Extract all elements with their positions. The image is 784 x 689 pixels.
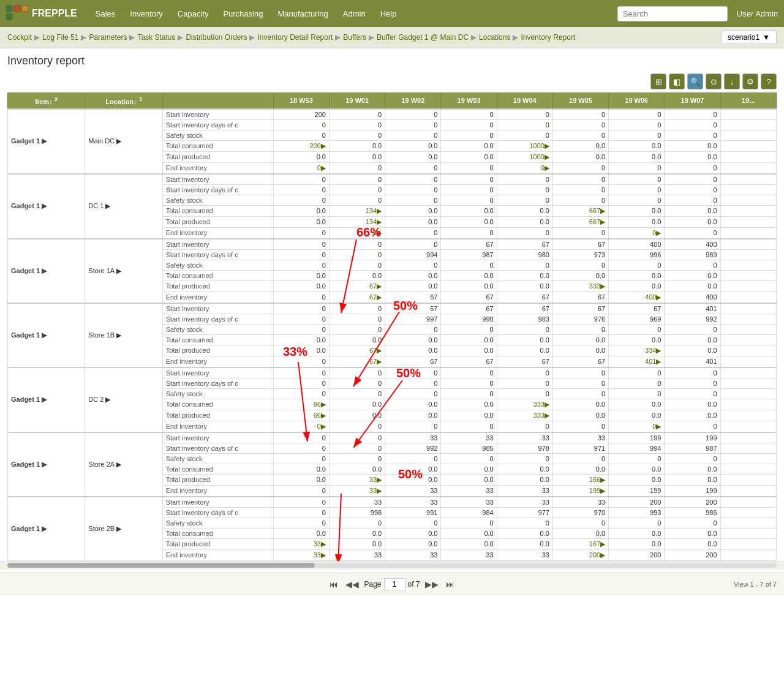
- breadcrumb-buffer-gadget[interactable]: Buffer Gadget 1 @ Main DC: [377, 33, 469, 42]
- col-19w02[interactable]: 19 W02: [385, 93, 441, 109]
- breadcrumb-logfile[interactable]: Log File 51: [42, 33, 78, 42]
- search-input[interactable]: [617, 6, 728, 21]
- cell-item[interactable]: Gadget 1 ▶: [8, 239, 85, 303]
- cell-data: 0: [329, 303, 385, 314]
- cell-data[interactable]: 167▶: [552, 538, 608, 549]
- table-view-button[interactable]: ⊞: [650, 73, 666, 89]
- cell-data[interactable]: 0▶: [609, 421, 665, 432]
- cell-data: 989: [665, 249, 720, 260]
- nav-capacity[interactable]: Capacity: [172, 7, 215, 21]
- col-19w07[interactable]: 19 W07: [665, 93, 720, 109]
- cell-data[interactable]: 0▶: [273, 162, 329, 174]
- col-location[interactable]: Location↕ 3: [85, 93, 162, 109]
- cell-data[interactable]: 334▶: [609, 345, 665, 356]
- col-18w53[interactable]: 18 W53: [273, 93, 329, 109]
- breadcrumb-buffers[interactable]: Buffers: [343, 33, 366, 42]
- col-item[interactable]: Item↕ 2: [8, 93, 85, 109]
- user-admin-label[interactable]: User Admin: [737, 9, 778, 18]
- cell-data[interactable]: 33▶: [273, 538, 329, 549]
- export-button[interactable]: ↓: [724, 73, 740, 89]
- cell-data[interactable]: 667▶: [552, 205, 608, 216]
- cell-data[interactable]: 66▶: [273, 410, 329, 421]
- col-19w01[interactable]: 19 W01: [329, 93, 385, 109]
- nav-purchasing[interactable]: Purchasing: [217, 7, 269, 21]
- cell-data[interactable]: 1000▶: [497, 151, 552, 162]
- cell-data[interactable]: 134▶: [329, 205, 385, 216]
- logo[interactable]: FREPPLE: [6, 4, 77, 23]
- cell-data: 0.0: [441, 151, 497, 162]
- cell-data[interactable]: 33▶: [329, 474, 385, 485]
- col-19w05[interactable]: 19 W05: [552, 93, 608, 109]
- horizontal-scrollbar[interactable]: [0, 561, 784, 570]
- cell-data[interactable]: 0▶: [609, 227, 665, 239]
- cell-data[interactable]: 400▶: [609, 292, 665, 303]
- cell-data[interactable]: 200▶: [552, 549, 608, 560]
- nav-sales[interactable]: Sales: [89, 7, 122, 21]
- cell-data[interactable]: 333▶: [497, 410, 552, 421]
- cell-location[interactable]: Store 1B ▶: [85, 303, 162, 367]
- next-page-button[interactable]: ▶▶: [423, 578, 441, 590]
- cell-item[interactable]: Gadget 1 ▶: [8, 367, 85, 432]
- cell-location[interactable]: DC 2 ▶: [85, 367, 162, 432]
- cell-data[interactable]: 67▶: [329, 292, 385, 303]
- cell-data[interactable]: 33▶: [273, 549, 329, 560]
- cell-data[interactable]: 1000▶: [497, 140, 552, 151]
- settings-button[interactable]: ⚙: [742, 73, 758, 89]
- cell-data: 986: [665, 507, 720, 518]
- col-19w03[interactable]: 19 W03: [441, 93, 497, 109]
- cell-location[interactable]: DC 1 ▶: [85, 174, 162, 239]
- cell-item[interactable]: Gadget 1 ▶: [8, 174, 85, 239]
- cell-location[interactable]: Main DC ▶: [85, 109, 162, 174]
- cell-extra: [720, 205, 776, 216]
- cell-data[interactable]: 67▶: [329, 280, 385, 292]
- nav-manufacturing[interactable]: Manufacturing: [271, 7, 334, 21]
- cell-item[interactable]: Gadget 1 ▶: [8, 303, 85, 367]
- nav-admin[interactable]: Admin: [337, 7, 372, 21]
- refresh-button[interactable]: ⊙: [706, 73, 722, 89]
- breadcrumb-locations[interactable]: Locations: [479, 33, 510, 42]
- cell-data[interactable]: 401▶: [609, 356, 665, 367]
- breadcrumb-invdetail[interactable]: Inventory Detail Report: [257, 33, 333, 42]
- nav-inventory[interactable]: Inventory: [124, 7, 168, 21]
- cell-data: 990: [441, 314, 497, 324]
- cell-data[interactable]: 33▶: [329, 485, 385, 497]
- cell-data[interactable]: 166▶: [552, 474, 608, 485]
- col-19w06[interactable]: 19 W06: [609, 93, 665, 109]
- scrollbar-thumb[interactable]: [7, 563, 315, 568]
- cell-data[interactable]: 0▶: [497, 162, 552, 174]
- cell-data[interactable]: 66▶: [273, 399, 329, 410]
- help-button[interactable]: ?: [761, 73, 777, 89]
- cell-data: 0: [552, 324, 608, 334]
- cell-item[interactable]: Gadget 1 ▶: [8, 109, 85, 174]
- cell-data[interactable]: 667▶: [552, 216, 608, 227]
- cell-data[interactable]: 67▶: [329, 345, 385, 356]
- cell-data[interactable]: 134▶: [329, 216, 385, 227]
- breadcrumb-distorders[interactable]: Distribution Orders: [186, 33, 247, 42]
- nav-help[interactable]: Help: [374, 7, 403, 21]
- last-page-button[interactable]: ⏭: [443, 578, 457, 590]
- chart-view-button[interactable]: ◧: [669, 73, 685, 89]
- cell-location[interactable]: Store 1A ▶: [85, 239, 162, 303]
- cell-data[interactable]: 333▶: [552, 280, 608, 292]
- cell-item[interactable]: Gadget 1 ▶: [8, 497, 85, 561]
- breadcrumb-parameters[interactable]: Parameters: [89, 33, 127, 42]
- col-19w04[interactable]: 19 W04: [497, 93, 552, 109]
- breadcrumb-taskstatus[interactable]: Task Status: [137, 33, 175, 42]
- first-page-button[interactable]: ⏮: [327, 578, 341, 590]
- cell-data[interactable]: 200▶: [273, 140, 329, 151]
- cell-data[interactable]: 0▶: [273, 421, 329, 432]
- scenario-button[interactable]: scenario1 ▼: [721, 31, 777, 44]
- cell-data[interactable]: 0▶: [329, 227, 385, 239]
- cell-location[interactable]: Store 2B ▶: [85, 497, 162, 561]
- col-more[interactable]: 19...: [720, 93, 776, 109]
- cell-data[interactable]: 333▶: [497, 399, 552, 410]
- prev-page-button[interactable]: ◀◀: [343, 578, 361, 590]
- cell-data: 33: [385, 497, 441, 508]
- cell-location[interactable]: Store 2A ▶: [85, 432, 162, 497]
- cell-data[interactable]: 67▶: [329, 356, 385, 367]
- search-button[interactable]: 🔍: [687, 73, 703, 89]
- cell-data[interactable]: 199▶: [552, 485, 608, 497]
- page-input[interactable]: [384, 578, 405, 590]
- breadcrumb-cockpit[interactable]: Cockpit: [7, 33, 32, 42]
- cell-item[interactable]: Gadget 1 ▶: [8, 432, 85, 497]
